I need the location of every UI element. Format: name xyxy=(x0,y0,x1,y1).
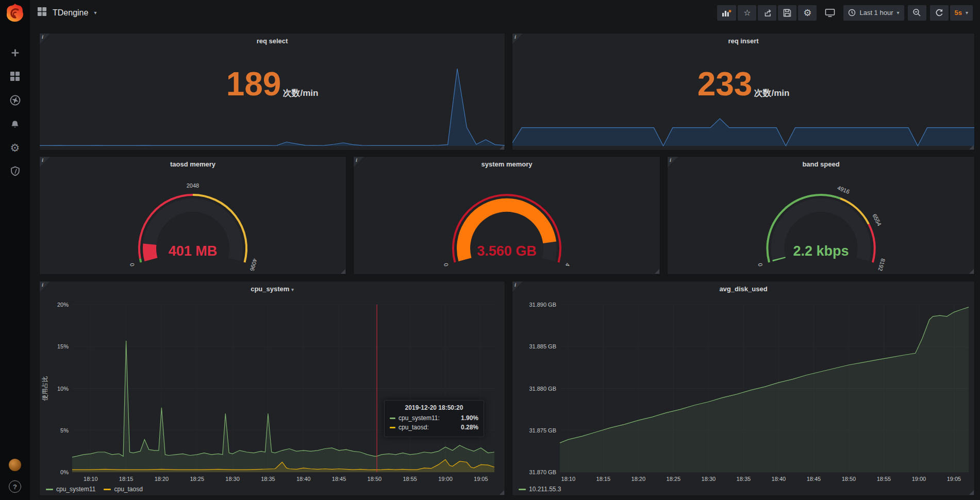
panel-info-corner[interactable]: i xyxy=(512,281,523,292)
time-range-picker[interactable]: Last 1 hour ▾ xyxy=(843,5,904,21)
sidebar-item-add[interactable] xyxy=(7,45,23,60)
tooltip-timestamp: 2019-12-20 18:50:20 xyxy=(390,404,478,411)
zoom-out-button[interactable] xyxy=(908,5,926,21)
sidebar-item-alerting[interactable] xyxy=(7,116,23,131)
tooltip-series-name: cpu_system11: xyxy=(398,414,440,422)
sidebar-item-server-admin[interactable] xyxy=(7,163,23,179)
panel-title[interactable]: cpu_system▾ xyxy=(40,285,505,293)
grafana-logo[interactable] xyxy=(5,3,25,23)
sidebar: ⚙ ? xyxy=(0,0,30,500)
cycle-view-button[interactable] xyxy=(820,5,840,21)
y-tick-label: 31.870 GB xyxy=(529,469,556,475)
gauge-threshold-label: 0 xyxy=(442,262,449,267)
timeseries-chart[interactable]: 18:1018:1518:2018:2518:3018:3518:4018:45… xyxy=(40,281,505,495)
x-tick-label: 18:45 xyxy=(332,476,346,482)
x-tick-label: 18:35 xyxy=(737,476,751,482)
y-tick-label: 15% xyxy=(57,343,69,349)
resize-handle[interactable] xyxy=(500,490,504,495)
legend-label: cpu_system11 xyxy=(56,486,95,493)
gauge-chart[interactable]: 043.560 GB xyxy=(354,165,660,274)
y-tick-label: 20% xyxy=(57,302,69,308)
tooltip-row: cpu_taosd:0.28% xyxy=(390,424,478,431)
gauge-value-arc xyxy=(779,258,779,259)
x-tick-label: 18:45 xyxy=(807,476,821,482)
gauge-value: 401 MB xyxy=(169,243,218,259)
y-tick-label: 0% xyxy=(60,469,69,475)
dashboard-title-group[interactable]: TDengine ▾ xyxy=(37,7,96,19)
panel-info-corner[interactable]: i xyxy=(40,281,50,292)
panel-band-speed: i band speed 04916655481922.2 kbps xyxy=(667,156,975,275)
panel-info-corner[interactable]: i xyxy=(40,34,50,44)
save-icon xyxy=(783,9,791,17)
panel-info-corner[interactable]: i xyxy=(354,157,364,167)
series-line xyxy=(72,341,494,457)
stat-unit: 次数/min xyxy=(283,70,318,99)
panel-title[interactable]: taosd memery xyxy=(40,160,346,168)
gauge-threshold-label: 4916 xyxy=(837,185,851,195)
resize-handle[interactable] xyxy=(969,269,974,274)
timeseries-chart[interactable]: 18:1018:1518:2018:2518:3018:3518:4018:45… xyxy=(512,281,974,495)
y-axis-title: 使用占比 xyxy=(41,376,48,401)
share-icon xyxy=(763,9,772,17)
x-tick-label: 18:15 xyxy=(119,476,134,482)
tooltip-series-name: cpu_taosd: xyxy=(398,424,429,431)
time-range-label: Last 1 hour xyxy=(859,9,893,16)
gear-icon: ⚙ xyxy=(10,142,20,153)
x-tick-label: 18:20 xyxy=(632,476,646,482)
refresh-interval-picker[interactable]: 5s ▾ xyxy=(950,5,973,21)
add-panel-button[interactable] xyxy=(717,5,736,21)
legend-item[interactable]: 10.211.55.3 xyxy=(519,486,561,493)
gauge-threshold-label: 0 xyxy=(128,262,135,267)
x-tick-label: 18:40 xyxy=(296,476,311,482)
chevron-down-icon: ▾ xyxy=(896,10,899,15)
y-tick-label: 31.880 GB xyxy=(529,386,556,392)
panel-title[interactable]: avg_disk_used xyxy=(512,285,974,293)
legend-item[interactable]: cpu_system11 xyxy=(46,486,95,493)
x-tick-label: 19:00 xyxy=(912,476,926,482)
gauge-threshold-label: 4096 xyxy=(249,258,258,272)
resize-handle[interactable] xyxy=(655,269,659,274)
tooltip-series-value: 0.28% xyxy=(461,424,478,431)
y-tick-label: 5% xyxy=(60,427,69,434)
sidebar-item-explore[interactable] xyxy=(7,92,23,108)
shield-icon xyxy=(10,166,20,177)
y-tick-label: 31.890 GB xyxy=(529,302,556,308)
dashboards-grid-icon xyxy=(10,71,20,81)
refresh-group: 5s ▾ xyxy=(930,5,973,21)
add-panel-icon xyxy=(722,9,732,17)
help-icon[interactable]: ? xyxy=(9,480,21,493)
share-button[interactable] xyxy=(758,5,776,21)
series-area xyxy=(560,307,969,472)
gauge-chart[interactable]: 04916655481922.2 kbps xyxy=(668,165,974,274)
refresh-button[interactable] xyxy=(930,5,949,21)
avatar[interactable] xyxy=(9,459,21,471)
panel-info-corner[interactable]: i xyxy=(668,157,678,167)
plus-icon xyxy=(10,48,20,58)
gauge-chart[interactable]: 020484096401 MB xyxy=(40,165,346,274)
gauge-threshold-ring xyxy=(140,259,141,262)
panel-title[interactable]: req insert xyxy=(512,37,974,45)
compass-icon xyxy=(10,95,21,106)
stat-value-group: 233 次数/min xyxy=(512,34,974,135)
resize-handle[interactable] xyxy=(341,269,345,274)
panel-taosd-memory: i taosd memery 020484096401 MB xyxy=(39,156,346,275)
star-button[interactable]: ☆ xyxy=(738,5,756,21)
panel-title[interactable]: req select xyxy=(40,37,505,45)
sidebar-item-configuration[interactable]: ⚙ xyxy=(7,140,23,155)
panel-info-corner[interactable]: i xyxy=(40,157,50,167)
stat-value: 189 xyxy=(226,68,281,101)
legend-item[interactable]: cpu_taosd xyxy=(104,486,142,493)
gauge-threshold-label: 0 xyxy=(757,262,763,267)
resize-handle[interactable] xyxy=(969,490,974,495)
x-tick-label: 18:50 xyxy=(368,476,382,482)
gauge-threshold-label: 4 xyxy=(564,262,571,267)
tv-icon xyxy=(825,8,835,18)
panel-title[interactable]: band speed xyxy=(668,160,974,168)
settings-button[interactable]: ⚙ xyxy=(798,5,817,21)
gauge-threshold-label: 6554 xyxy=(871,213,883,227)
sidebar-item-dashboards[interactable] xyxy=(7,69,23,84)
save-button[interactable] xyxy=(778,5,796,21)
panel-info-corner[interactable]: i xyxy=(512,34,523,44)
chart-tooltip: 2019-12-20 18:50:20cpu_system11:1.90%cpu… xyxy=(384,400,484,437)
panel-title[interactable]: system memory xyxy=(354,160,660,168)
